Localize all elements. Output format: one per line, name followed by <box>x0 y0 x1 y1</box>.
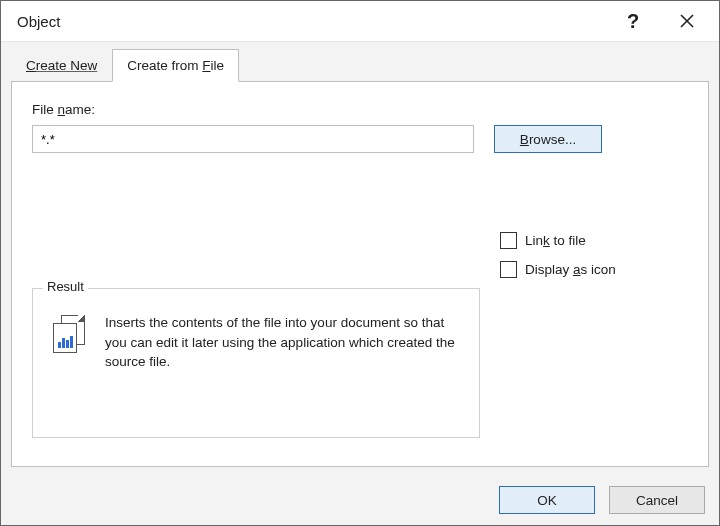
tabpage-create-from-file: File name: Browse... Link to file <box>11 81 709 467</box>
titlebar: Object ? <box>1 1 719 41</box>
help-button[interactable]: ? <box>615 3 651 39</box>
result-content: Inserts the contents of the file into yo… <box>33 289 479 390</box>
checkbox-icon <box>500 261 517 278</box>
options-group: Link to file Display as icon <box>500 232 616 278</box>
dialog-title: Object <box>17 13 615 30</box>
object-dialog: Object ? Create New Create from File Fil… <box>0 0 720 526</box>
button-bar: OK Cancel <box>1 475 719 525</box>
checkbox-icon <box>500 232 517 249</box>
tabstrip: Create New Create from File <box>1 48 719 81</box>
tab-create-from-file-pre: Create from <box>127 58 202 73</box>
link-to-file-checkbox[interactable]: Link to file <box>500 232 616 249</box>
tab-create-from-file[interactable]: Create from File <box>112 49 239 82</box>
file-name-input[interactable] <box>32 125 474 153</box>
file-line: Browse... <box>32 125 688 153</box>
close-button[interactable] <box>669 3 705 39</box>
tab-create-new-label: reate New <box>36 58 98 73</box>
tab-create-new[interactable]: Create New <box>11 49 112 82</box>
result-group: Result Inserts the contents of the file … <box>32 288 480 438</box>
tab-create-from-file-post: ile <box>211 58 225 73</box>
tab-create-from-file-accel: F <box>202 58 210 73</box>
tab-create-new-accel: C <box>26 58 36 73</box>
ok-button[interactable]: OK <box>499 486 595 514</box>
result-legend: Result <box>43 279 88 294</box>
browse-button[interactable]: Browse... <box>494 125 602 153</box>
file-name-label: File name: <box>32 102 688 117</box>
result-text: Inserts the contents of the file into yo… <box>105 313 461 372</box>
cancel-button[interactable]: Cancel <box>609 486 705 514</box>
close-icon <box>680 14 694 28</box>
embed-file-icon <box>51 315 91 351</box>
display-as-icon-checkbox[interactable]: Display as icon <box>500 261 616 278</box>
client-area: Create New Create from File File name: B… <box>1 41 719 525</box>
